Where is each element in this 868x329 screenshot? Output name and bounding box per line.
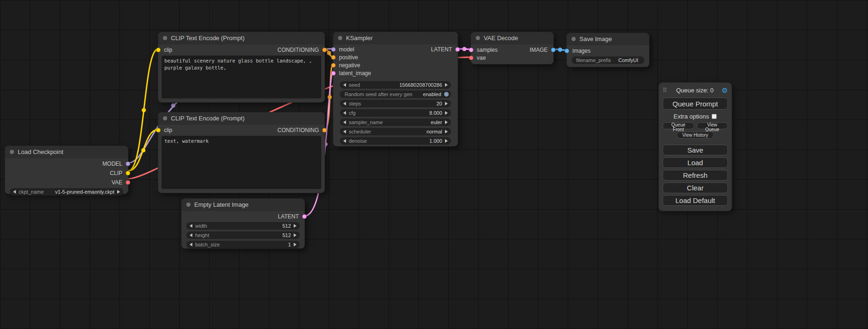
- increment-arrow-icon[interactable]: [294, 243, 296, 246]
- node-title-bar[interactable]: Save Image: [567, 33, 649, 45]
- positive-prompt-textarea[interactable]: beautiful scenery nature glass bottle la…: [162, 56, 321, 98]
- save-button[interactable]: Save: [663, 145, 728, 155]
- load-button[interactable]: Load: [663, 157, 728, 168]
- widget-batch-size[interactable]: batch_size 1: [186, 241, 300, 248]
- widget-value: ComfyUI: [618, 57, 638, 63]
- decrement-arrow-icon[interactable]: [343, 102, 346, 105]
- negative-input-dot[interactable]: [331, 63, 336, 68]
- widget-sampler-name[interactable]: sampler_name euler: [340, 119, 451, 126]
- decrement-arrow-icon[interactable]: [13, 190, 16, 194]
- clip-input-dot[interactable]: [156, 48, 161, 52]
- widget-scheduler[interactable]: scheduler normal: [340, 128, 451, 135]
- latent-image-input-dot[interactable]: [331, 71, 336, 76]
- collapse-dot-icon[interactable]: [476, 36, 480, 40]
- collapse-dot-icon[interactable]: [10, 150, 14, 154]
- view-history-button[interactable]: View History: [677, 132, 714, 139]
- node-save-image[interactable]: Save Image images filename_prefix ComfyU…: [566, 33, 649, 67]
- widget-value: enabled: [423, 91, 441, 97]
- increment-arrow-icon[interactable]: [445, 120, 448, 124]
- decrement-arrow-icon[interactable]: [190, 243, 192, 246]
- slot-label: latent_image: [339, 70, 371, 77]
- decrement-arrow-icon[interactable]: [343, 130, 346, 133]
- collapse-dot-icon[interactable]: [338, 36, 342, 40]
- increment-arrow-icon[interactable]: [117, 190, 120, 194]
- widget-label: steps: [349, 101, 361, 106]
- node-title-bar[interactable]: Load Checkpoint: [5, 146, 128, 158]
- increment-arrow-icon[interactable]: [445, 139, 448, 143]
- increment-arrow-icon[interactable]: [445, 130, 448, 133]
- conditioning-output-dot[interactable]: [322, 48, 327, 52]
- collapse-dot-icon[interactable]: [572, 37, 576, 41]
- node-title-bar[interactable]: Empty Latent Image: [182, 199, 304, 211]
- decrement-arrow-icon[interactable]: [343, 83, 346, 87]
- node-empty-latent-image[interactable]: Empty Latent Image LATENT width 512 heig…: [181, 198, 305, 249]
- node-graph-canvas[interactable]: Load Checkpoint MODEL CLIP VAE ckpt_name…: [0, 0, 868, 329]
- collapse-dot-icon[interactable]: [163, 116, 167, 120]
- widget-seed[interactable]: seed 156680208700286: [340, 81, 451, 89]
- vae-output-dot[interactable]: [126, 180, 130, 185]
- model-input-dot[interactable]: [331, 47, 336, 52]
- increment-arrow-icon[interactable]: [445, 102, 448, 105]
- increment-arrow-icon[interactable]: [294, 224, 296, 228]
- slot-label: CONDITIONING: [277, 127, 319, 133]
- widget-denoise[interactable]: denoise 1.000: [340, 137, 451, 145]
- widget-ckpt-name[interactable]: ckpt_name v1-5-pruned-emaonly.ckpt: [10, 188, 123, 196]
- node-title: VAE Decode: [484, 35, 518, 42]
- queue-menu-panel: Queue size: 0 Queue Prompt Extra options…: [658, 82, 732, 211]
- queue-front-button[interactable]: Queue Front: [663, 122, 694, 129]
- widget-width[interactable]: width 512: [186, 222, 300, 230]
- node-title: Empty Latent Image: [194, 201, 248, 208]
- view-queue-button[interactable]: View Queue: [697, 122, 728, 129]
- clip-input-dot[interactable]: [156, 128, 161, 133]
- clear-button[interactable]: Clear: [663, 182, 728, 193]
- node-title-bar[interactable]: VAE Decode: [471, 32, 553, 44]
- drag-handle-icon[interactable]: [663, 87, 667, 94]
- widget-random-seed-toggle[interactable]: Random seed after every gen enabled: [340, 91, 451, 98]
- samples-input-dot[interactable]: [469, 48, 473, 52]
- node-title-bar[interactable]: KSampler: [333, 32, 458, 44]
- decrement-arrow-icon[interactable]: [190, 224, 192, 228]
- node-ksampler[interactable]: KSampler LATENT model positive negative …: [333, 32, 458, 147]
- increment-arrow-icon[interactable]: [294, 233, 296, 237]
- latent-output-dot[interactable]: [302, 214, 307, 219]
- conditioning-output-dot[interactable]: [322, 128, 327, 133]
- node-clip-text-encode-positive[interactable]: CLIP Text Encode (Prompt) clip CONDITION…: [158, 32, 325, 103]
- decrement-arrow-icon[interactable]: [343, 111, 346, 115]
- widget-steps[interactable]: steps 20: [340, 100, 451, 107]
- node-load-checkpoint[interactable]: Load Checkpoint MODEL CLIP VAE ckpt_name…: [5, 146, 128, 194]
- widget-value: 512: [282, 223, 291, 229]
- vae-input-dot[interactable]: [469, 56, 473, 60]
- increment-arrow-icon[interactable]: [445, 111, 448, 115]
- widget-height[interactable]: height 512: [186, 231, 300, 239]
- widget-cfg[interactable]: cfg 8.000: [340, 109, 451, 117]
- widget-value: euler: [431, 119, 442, 125]
- model-output-dot[interactable]: [126, 161, 130, 166]
- slot-label: images: [572, 48, 591, 54]
- link-midpoint-dot: [328, 95, 332, 99]
- extra-options-checkbox[interactable]: [712, 114, 717, 119]
- queue-prompt-button[interactable]: Queue Prompt: [663, 98, 728, 110]
- node-title-bar[interactable]: CLIP Text Encode (Prompt): [158, 112, 325, 125]
- increment-arrow-icon[interactable]: [445, 83, 448, 87]
- decrement-arrow-icon[interactable]: [190, 233, 192, 237]
- clip-output-dot[interactable]: [126, 171, 130, 175]
- negative-prompt-textarea[interactable]: text, watermark: [162, 136, 321, 189]
- decrement-arrow-icon[interactable]: [343, 139, 346, 143]
- collapse-dot-icon[interactable]: [163, 36, 167, 40]
- widget-filename-prefix[interactable]: filename_prefix ComfyUI: [572, 56, 644, 64]
- load-default-button[interactable]: Load Default: [663, 195, 728, 206]
- refresh-button[interactable]: Refresh: [663, 170, 728, 181]
- node-title-bar[interactable]: CLIP Text Encode (Prompt): [158, 32, 325, 44]
- positive-input-dot[interactable]: [331, 55, 336, 60]
- decrement-arrow-icon[interactable]: [343, 120, 346, 124]
- link-midpoint-dot: [171, 104, 176, 108]
- slot-label: LATENT: [278, 213, 299, 220]
- node-vae-decode[interactable]: VAE Decode IMAGE samples vae: [471, 32, 554, 64]
- node-clip-text-encode-negative[interactable]: CLIP Text Encode (Prompt) clip CONDITION…: [158, 112, 325, 193]
- slot-label: CONDITIONING: [277, 47, 319, 53]
- collapse-dot-icon[interactable]: [186, 203, 191, 207]
- slot-label: positive: [339, 54, 358, 61]
- toggle-dot-icon[interactable]: [444, 92, 449, 97]
- settings-gear-icon[interactable]: [722, 87, 728, 94]
- images-input-dot[interactable]: [565, 49, 569, 53]
